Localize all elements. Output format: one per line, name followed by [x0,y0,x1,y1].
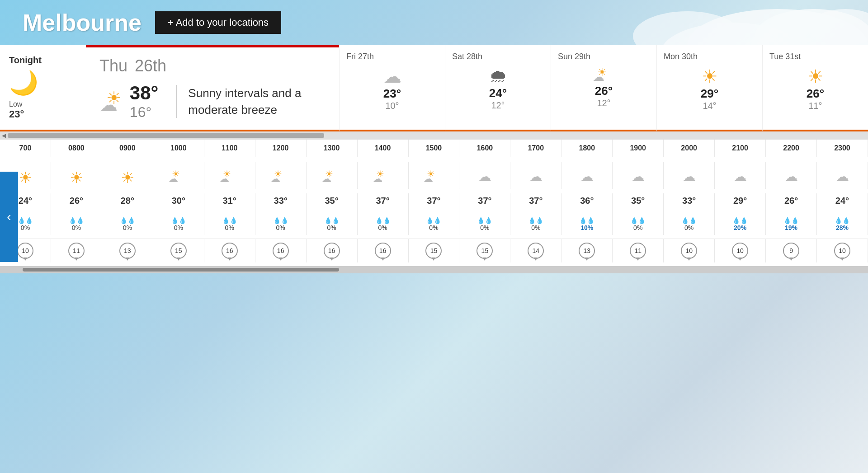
tue-low: 11° [808,101,822,111]
chevron-left-icon: ‹ [7,210,11,224]
future-day-sun[interactable]: Sun 29th ☀ ☁ 26° 12° [551,45,656,131]
future-day-fri[interactable]: Fri 27th ☁ 23° 10° [339,45,445,131]
wind-col-1200: 16 [255,239,307,262]
tonight-moon-icon: 🌙 [9,69,38,97]
time-col-1400: 1400 [358,140,409,157]
rain-drops-1700: 💧💧 [528,217,543,224]
rain-drops-1200: 💧💧 [273,217,288,224]
temp-col-2100: 29° [715,193,766,213]
icon-2300-cloud: ☁ [835,169,849,184]
rain-col-0800: 💧💧 0% [51,213,102,235]
add-location-button[interactable]: + Add to your locations [155,11,281,34]
icon-1800-cloud: ☁ [580,169,594,184]
icon-col-2300: ☁ [817,162,868,189]
sat-label: Sat 28th [452,52,482,61]
icon-1400-cloud: ☁ [373,173,382,185]
rain-pct-2000: 0% [684,224,693,231]
bottom-scroll-area[interactable] [0,266,868,273]
rain-pct-2300: 28% [836,224,849,231]
icon-col-2200: ☁ [766,162,817,189]
mon-label: Mon 30th [664,52,698,61]
wind-circle-1400: 16 [375,243,391,259]
mon-sun-icon: ☀ [702,66,718,87]
rain-drops-2200: 💧💧 [783,217,799,224]
icon-col-0800: ☀ [51,162,102,189]
today-weather-icon: ☀ ☁ [99,88,121,115]
tonight-temp: 23° [9,108,24,120]
today-high-temp: 38° [130,82,159,104]
rain-drops-1100: 💧💧 [222,217,237,224]
sun-label: Sun 29th [558,52,590,61]
top-scroll-thumb[interactable] [8,133,324,138]
wind-circle-0800: 11 [68,243,85,259]
sun29-cloud-icon: ☁ [593,70,604,84]
wind-circle-700: 10 [17,243,33,259]
time-col-2300: 2300 [817,140,868,157]
icon-col-2000: ☁ [664,162,715,189]
rain-col-1000: 💧💧 0% [153,213,204,235]
time-col-1000: 1000 [153,140,204,157]
temp-col-1900: 35° [613,193,664,213]
future-day-sat[interactable]: Sat 28th 🌧 24° 12° [445,45,551,131]
wind-circle-2300: 10 [834,243,850,259]
time-col-1500: 1500 [409,140,460,157]
time-col-700: 700 [0,140,51,157]
temp-col-1600: 37° [459,193,510,213]
time-col-1300: 1300 [307,140,358,157]
wind-col-2300: 10 [817,239,868,262]
time-col-0800: 0800 [51,140,102,157]
rain-drops-0800: 💧💧 [69,217,84,224]
wind-col-2100: 10 [715,239,766,262]
fri-high: 23° [383,87,401,101]
icon-1600-cloud: ☁ [478,169,491,184]
rain-drops-1500: 💧💧 [426,217,441,224]
temp-col-1300: 35° [307,193,358,213]
wind-circle-2200: 9 [783,243,799,259]
icon-col-1300: ☀ ☁ [307,162,358,189]
rain-pct-0900: 0% [123,224,132,231]
sat-high: 24° [489,86,507,100]
top-scroll-area[interactable]: ◀ [0,131,868,140]
mon-low: 14° [703,101,716,111]
wind-col-1000: 15 [153,239,204,262]
time-col-1900: 1900 [613,140,664,157]
icon-1000-cloud: ☁ [168,173,178,185]
wind-col-1400: 16 [358,239,409,262]
temp-col-1400: 37° [358,193,409,213]
wind-circle-1900: 11 [630,243,646,259]
nav-left-button[interactable]: ‹ [0,172,18,262]
time-col-2000: 2000 [664,140,715,157]
wind-col-0900: 13 [102,239,153,262]
icon-col-1600: ☁ [459,162,510,189]
future-day-mon[interactable]: Mon 30th ☀ 29° 14° [656,45,762,131]
rain-col-1600: 💧💧 0% [459,213,510,235]
time-row: 700 0800 0900 1000 1100 1200 1300 1400 1… [0,140,868,157]
tonight-low-label: Low [9,100,22,108]
rain-pct-1200: 0% [276,224,285,231]
temp-col-2300: 24° [817,193,868,213]
future-day-tue[interactable]: Tue 31st ☀ 26° 11° [762,45,868,131]
time-col-2100: 2100 [715,140,766,157]
scroll-left-arrow[interactable]: ◀ [2,132,6,139]
icon-1200-cloud: ☁ [270,173,280,185]
rain-pct-1700: 0% [531,224,540,231]
time-col-1800: 1800 [561,140,613,157]
wind-circle-2000: 10 [681,243,697,259]
wind-circle-1300: 16 [324,243,340,259]
rain-drops-1300: 💧💧 [324,217,340,224]
rain-col-1800: 💧💧 10% [561,213,613,235]
time-col-1600: 1600 [459,140,510,157]
wind-circle-1000: 15 [170,243,187,259]
wind-circle-1200: 16 [273,243,289,259]
icon-0800-sun: ☀ [70,169,83,187]
time-col-2200: 2200 [766,140,817,157]
wind-circle-1800: 13 [579,243,595,259]
icon-1500-cloud: ☁ [423,173,433,185]
rain-pct-2100: 20% [734,224,746,231]
temp-col-1000: 30° [153,193,204,213]
sun-weather-icon: ☀ ☁ [593,66,615,84]
icon-col-1900: ☁ [613,162,664,189]
bottom-scroll-thumb[interactable] [23,268,339,272]
rain-drops-1600: 💧💧 [477,217,492,224]
rain-pct-1400: 0% [378,224,387,231]
